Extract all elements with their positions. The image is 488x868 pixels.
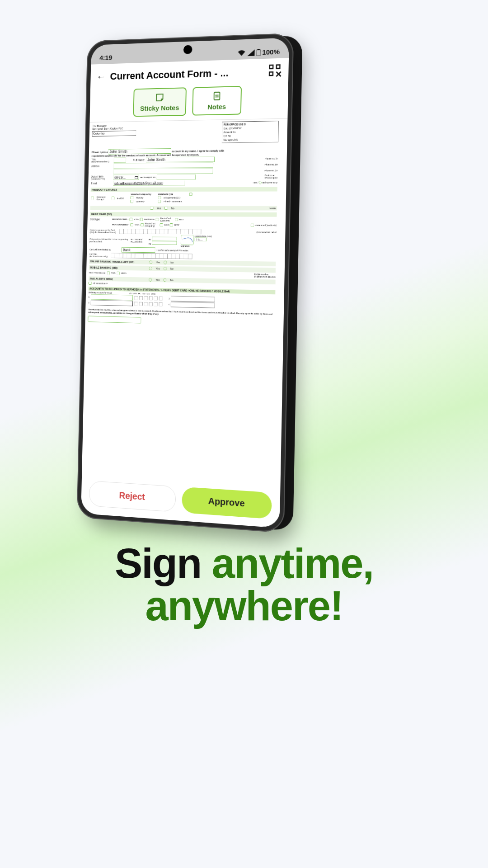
address-input-2[interactable] [113,169,213,175]
stmt-savings-checkbox[interactable] [91,197,94,200]
phone-h-label: Phone No. (H [265,157,278,160]
svg-rect-5 [214,92,220,100]
signal-icon [247,49,254,56]
profession-label: Profession. [265,174,278,176]
form-document: The Manager Springwell Bank Ceylon PLC C… [85,119,282,330]
svg-rect-0 [257,49,259,50]
printed-checkbox[interactable] [158,200,161,203]
phone-screen: 4:19 100% ← Current Account Form - ... [81,38,289,528]
office-use-title: FOR OFFICE USE O [224,122,277,127]
office-date: Date (DD/MM/YY [224,126,277,130]
approve-button[interactable]: Approve [182,487,272,519]
yn-band-1: Yes No *eDEN [90,206,277,210]
calendar-icon[interactable] [135,175,138,179]
mb-yes[interactable] [149,267,152,270]
dob-input[interactable]: 09/23/... [113,175,139,180]
email-label: E-mail [91,182,112,185]
online-yes[interactable] [149,260,152,264]
quarterly-checkbox[interactable] [131,200,134,203]
signature-box[interactable] [181,235,194,245]
form-viewport[interactable]: The Manager Springwell Bank Ceylon PLC C… [82,118,288,496]
title-input[interactable] [113,158,126,163]
card-number-cells[interactable] [111,253,192,259]
open-prefix: Please open a [92,151,108,154]
dob-sub: (DD/MM/YYYY) [91,178,112,180]
linked-acct-2[interactable] [91,300,133,306]
back-button[interactable]: ← [96,71,106,83]
section-features: PRODUCT FEATURES [91,187,277,192]
action-bar: Reject Approve [81,475,281,519]
svg-rect-3 [269,72,273,75]
es-checkbox[interactable] [158,196,161,199]
office-account: Account No [224,130,277,134]
online-no[interactable] [164,261,167,264]
open-suffix: account in my name. I agree to comply wi… [172,149,224,153]
nic-input[interactable] [157,175,196,180]
sms-no[interactable] [163,278,166,282]
phone-frame: 4:19 100% ← Current Account Form - ... [77,33,294,533]
section-debit: DEBIT CARD (DC) [90,212,277,217]
reject-button[interactable]: Reject [89,481,176,512]
battery-pct: 100% [262,47,280,56]
svg-rect-7 [135,176,138,177]
title-sub: (Rev/Mr/Mrs/Miss/..) [91,160,112,163]
notes-label: Notes [207,103,226,111]
tab-row: Sticky Notes Notes [89,82,288,122]
phone-mock: 4:19 100% ← Current Account Form - ... [77,33,294,533]
sms-yes[interactable] [149,278,152,281]
notes-button[interactable]: Notes [192,86,242,116]
battery-icon [256,49,260,56]
marketing-headline: Sign anytime, anywhere! [0,542,488,627]
mb-no[interactable] [164,267,167,270]
svg-rect-1 [256,50,260,56]
profession-sub: (Please speci [265,176,278,179]
office-use-box: FOR OFFICE USE O Date (DD/MM/YY Account … [222,121,279,143]
status-time: 4:19 [99,54,112,62]
collect-at-input[interactable]: Bank [122,247,155,253]
nic-label: NIC/Passport No [140,176,155,179]
linked-acct-1[interactable] [91,294,133,300]
email-input[interactable]: johnathonsmith2024@gmail.com [113,180,185,186]
qr-tools-icon[interactable] [268,64,282,78]
fullname-input[interactable]: John Smith [146,156,215,162]
branch-input[interactable]: Colombo [92,131,136,137]
status-indicators: 100% [237,47,280,57]
svg-rect-4 [277,65,280,69]
page-title: Current Account Form - ... [110,66,282,82]
notes-icon [212,91,222,101]
income-text: I am / an income tax p [253,181,277,184]
monthly-checkbox[interactable] [131,196,134,199]
sticky-note-icon [155,92,165,102]
sticky-notes-label: Sticky Notes [140,104,179,112]
fullname-label: Full Name: [133,159,145,161]
office-mgr: Managers Init [223,137,277,142]
eview-checkbox[interactable] [112,197,115,200]
office-cif: CIF No [223,133,277,138]
wifi-icon [237,50,245,57]
card-name-cells[interactable] [119,229,201,235]
sticky-notes-button[interactable]: Sticky Notes [133,87,187,117]
address-input-1[interactable] [113,163,213,169]
final-sig-box[interactable] [88,316,141,324]
phone-o-label: Phone No. (O [264,170,277,172]
address-label: Address [91,165,112,167]
svg-rect-2 [270,65,273,69]
phone-m-label: Phone No. (M [264,163,277,166]
